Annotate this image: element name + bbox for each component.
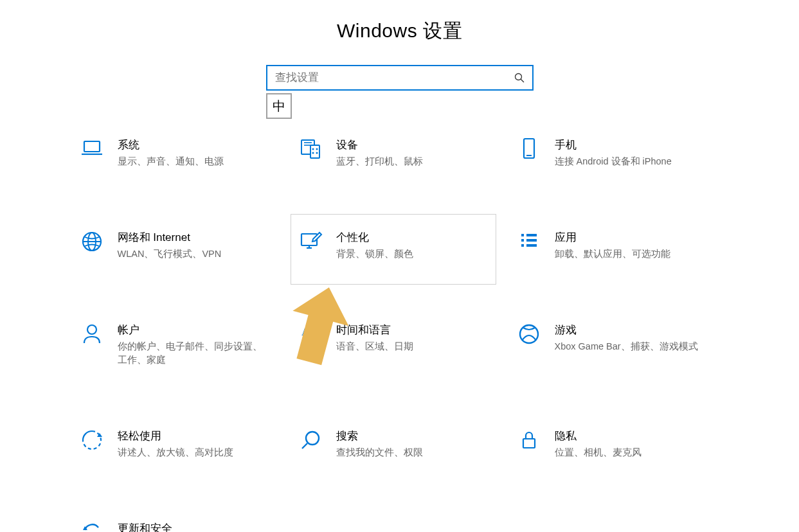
personalization-icon [298, 229, 323, 254]
phone-icon [516, 136, 542, 162]
svg-point-31 [306, 432, 319, 445]
svg-line-32 [302, 443, 307, 448]
magnifier-icon [298, 427, 323, 453]
tile-title: 游戏 [555, 323, 698, 337]
time-language-icon: A字 [298, 321, 323, 347]
tile-title: 轻松使用 [118, 429, 233, 443]
tile-time-language[interactable]: A字 时间和语言 语音、区域、日期 [291, 314, 496, 374]
devices-icon [298, 136, 323, 162]
page-title: Windows 设置 [0, 18, 799, 44]
xbox-icon [516, 321, 542, 347]
tile-personalization[interactable]: 个性化 背景、锁屏、颜色 [291, 214, 496, 285]
tile-desc: 讲述人、放大镜、高对比度 [118, 446, 233, 459]
svg-rect-2 [84, 141, 100, 152]
tile-title: 网络和 Internet [118, 230, 222, 245]
tile-desc: 蓝牙、打印机、鼠标 [336, 155, 423, 168]
tile-title: 时间和语言 [336, 323, 413, 337]
svg-rect-22 [521, 239, 524, 242]
svg-point-11 [316, 152, 318, 154]
tile-title: 搜索 [336, 429, 423, 443]
tile-desc: 你的帐户、电子邮件、同步设置、工作、家庭 [118, 340, 271, 367]
tile-title: 帐户 [118, 323, 271, 337]
tile-accounts[interactable]: 帐户 你的帐户、电子邮件、同步设置、工作、家庭 [72, 314, 278, 374]
svg-rect-33 [523, 439, 535, 448]
tile-desc: 语音、区域、日期 [336, 340, 413, 353]
tile-desc: 显示、声音、通知、电源 [118, 155, 224, 168]
ime-indicator: 中 [266, 93, 292, 119]
tile-title: 应用 [555, 230, 670, 245]
svg-point-8 [312, 148, 314, 150]
svg-text:A: A [301, 326, 309, 337]
ease-of-access-icon [79, 427, 105, 453]
svg-text:字: 字 [310, 329, 322, 342]
tile-gaming[interactable]: 游戏 Xbox Game Bar、捕获、游戏模式 [509, 314, 715, 374]
tile-title: 设备 [336, 137, 423, 152]
svg-point-9 [316, 148, 318, 150]
person-icon [79, 321, 105, 347]
svg-point-10 [312, 152, 314, 154]
update-icon [79, 520, 105, 532]
tile-desc: 卸载、默认应用、可选功能 [555, 247, 670, 261]
svg-rect-21 [526, 234, 537, 236]
svg-point-0 [515, 74, 521, 80]
tile-privacy[interactable]: 隐私 位置、相机、麦克风 [509, 420, 715, 466]
svg-rect-20 [521, 234, 524, 236]
tile-system[interactable]: 系统 显示、声音、通知、电源 [72, 129, 278, 175]
search-icon [514, 73, 525, 83]
tile-ease-of-access[interactable]: 轻松使用 讲述人、放大镜、高对比度 [72, 420, 278, 466]
svg-line-1 [521, 79, 524, 82]
apps-icon [516, 229, 542, 254]
tile-desc: 连接 Android 设备和 iPhone [555, 155, 672, 168]
lock-icon [516, 427, 542, 453]
laptop-icon [79, 136, 105, 162]
tile-desc: 查找我的文件、权限 [336, 446, 423, 459]
tile-title: 更新和安全 [118, 521, 235, 532]
tile-desc: 背景、锁屏、颜色 [336, 247, 413, 261]
tile-title: 系统 [118, 137, 224, 152]
search-input[interactable] [275, 71, 514, 84]
tile-title: 个性化 [336, 230, 413, 245]
svg-point-26 [87, 325, 96, 334]
tile-desc: WLAN、飞行模式、VPN [118, 247, 222, 261]
search-box[interactable] [266, 65, 534, 91]
svg-rect-24 [521, 244, 524, 247]
tile-search[interactable]: 搜索 查找我的文件、权限 [291, 420, 496, 466]
settings-grid: 系统 显示、声音、通知、电源 设备 蓝牙、打印机、鼠标 手机 连接 Androi… [72, 129, 728, 532]
tile-apps[interactable]: 应用 卸载、默认应用、可选功能 [509, 222, 715, 268]
tile-desc: 位置、相机、麦克风 [555, 446, 642, 459]
tile-title: 隐私 [555, 429, 642, 443]
globe-icon [79, 229, 105, 254]
svg-rect-7 [310, 145, 319, 158]
tile-phone[interactable]: 手机 连接 Android 设备和 iPhone [509, 129, 715, 175]
tile-network[interactable]: 网络和 Internet WLAN、飞行模式、VPN [72, 222, 278, 268]
svg-rect-23 [526, 239, 537, 242]
tile-devices[interactable]: 设备 蓝牙、打印机、鼠标 [291, 129, 496, 175]
tile-title: 手机 [555, 137, 672, 152]
tile-desc: Xbox Game Bar、捕获、游戏模式 [555, 340, 698, 353]
tile-update-security[interactable]: 更新和安全 Windows 更新、恢复、备份 [72, 513, 278, 532]
svg-rect-25 [526, 244, 537, 247]
